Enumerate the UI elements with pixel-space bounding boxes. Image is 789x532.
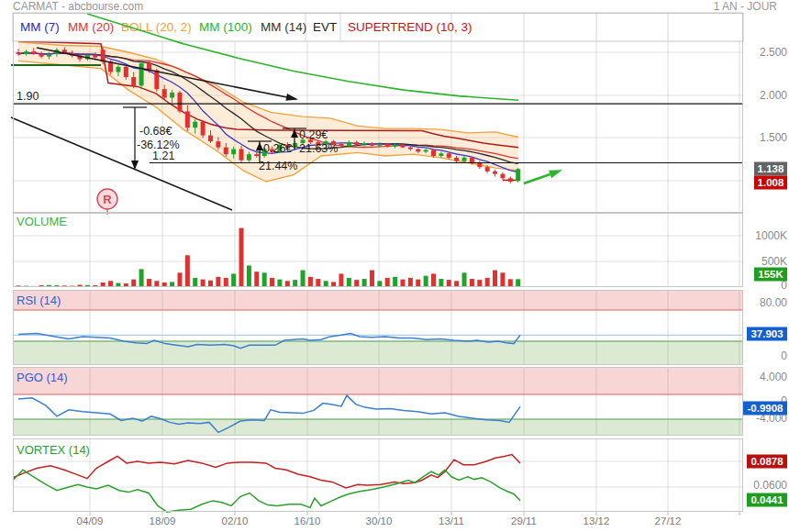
candle [462,158,467,161]
volume-bar [108,281,113,287]
volume-bar [500,272,505,287]
pgo-panel-title[interactable]: PGO (14) [17,371,68,384]
candle [454,158,459,161]
candle [47,54,51,57]
y-axis-tick-label: 0.0600 [753,479,787,492]
date-label: 16/10 [294,515,321,526]
pgo-overbought-zone [13,367,743,394]
volume-bar [224,278,228,287]
candle [447,153,451,158]
date-label: 30/10 [366,515,393,526]
y-axis-tick-label: 2.000 [760,89,787,102]
volume-bar [239,228,244,287]
candle [162,89,167,97]
candle [477,162,482,167]
axis-badge-value: 1.138 [758,163,784,174]
candle [31,51,36,54]
legend-item-mm-14-[interactable]: MM (14) [261,20,306,34]
date-label: 04/09 [77,515,104,526]
volume-bar [301,271,306,287]
candle [416,150,420,152]
volume-bar [485,278,490,287]
r-event-letter: R [103,193,112,206]
pgo-oversold-zone [13,419,743,436]
volume-bar [308,277,313,287]
volume-bar [293,280,297,287]
volume-panel-plot[interactable] [13,213,743,287]
volume-bar [508,279,513,287]
volume-bar [247,265,251,287]
level-label: 1.21 [152,150,174,162]
y-axis-tick-label: 1000K [755,229,787,242]
candle [208,136,213,142]
candle [139,63,144,85]
candle [239,150,244,161]
date-label: 13/11 [439,515,464,526]
candle [424,150,428,151]
volume-bar [270,278,274,287]
candle [193,122,197,128]
measure-label: 0.29€ [299,128,328,141]
volume-bar [201,280,206,287]
y-axis-tick-label: 0 [781,349,787,362]
legend-item-mm-20-[interactable]: MM (20) [68,20,114,34]
candle [124,67,128,77]
candle [347,142,351,146]
candle [116,67,120,72]
legend-item-evt[interactable]: EVT [313,20,337,34]
legend-item-supertrend-10-3-[interactable]: SUPERTREND (10, 3) [348,20,472,34]
date-label: 27/12 [655,515,682,526]
volume-bar [277,280,282,287]
volume-bar [316,279,320,287]
volume-bar [285,281,290,287]
candle [231,150,236,155]
candle [401,145,406,148]
candle [201,122,206,136]
vortex-panel-title[interactable]: VORTEX (14) [17,443,90,457]
candle [254,154,259,156]
axis-badge-value: 37.903 [750,328,783,339]
legend-item-mm-7-[interactable]: MM (7) [20,20,60,34]
candle [247,154,251,161]
volume-bar [339,273,343,287]
rsi-panel-title[interactable]: RSI (14) [17,294,61,307]
candle [408,148,413,150]
volume-bar [408,278,413,287]
measure-label: 21.44% [259,160,297,172]
volume-bar [254,272,259,287]
candle [470,158,474,163]
candle [500,174,505,179]
y-axis-tick-label: 500K [761,255,787,268]
volume-bar [154,281,159,287]
volume-bar [362,279,367,287]
vortex-panel-plot[interactable] [13,438,743,512]
volume-panel-title[interactable]: VOLUME [17,215,67,228]
date-label: 02/10 [222,515,249,526]
volume-bar [347,278,351,287]
axis-badge-value: 0.0878 [750,456,783,467]
volume-bar [447,280,451,287]
measure-label: 21.63% [299,142,338,155]
volume-bar [147,279,151,287]
axis-badge-value: 0.0441 [750,494,783,505]
volume-bar [493,271,497,287]
candle [185,111,190,127]
volume-bar [393,277,397,287]
volume-bar [131,280,136,287]
volume-bar [193,278,197,287]
candle [131,77,136,85]
candle [24,51,28,54]
volume-bar [377,281,382,287]
price-panel-plot[interactable] [13,13,743,213]
candle [293,143,297,148]
candle [377,144,382,146]
volume-bar [401,280,406,287]
volume-bar [431,273,436,287]
measure-label: 0.26€ [263,142,292,155]
candle [516,169,520,181]
legend-item-mm-100-[interactable]: MM (100) [199,20,252,34]
candle [354,142,359,145]
chart-canvas[interactable]: 1.901.21-0.68€-36.12%0.26€21.44%0.29€21.… [0,0,789,532]
level-label: 1.90 [17,90,39,103]
volume-bar [139,269,144,287]
